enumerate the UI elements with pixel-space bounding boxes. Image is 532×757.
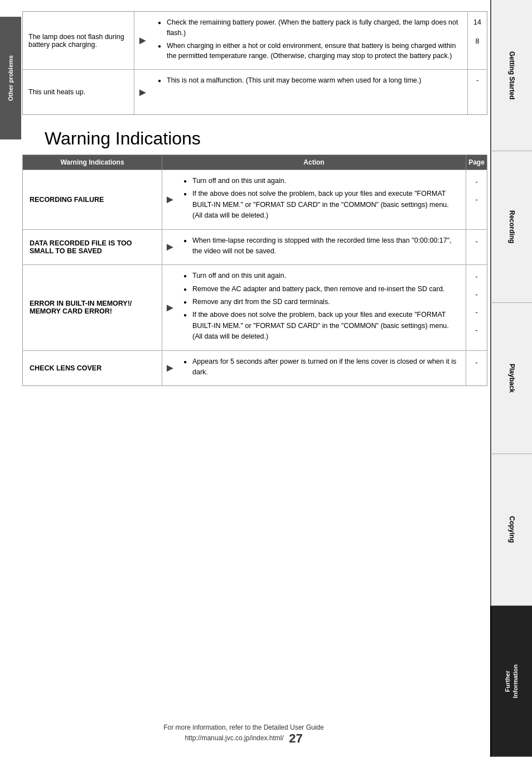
problem-action-lamp: Check the remaining battery power. (When… xyxy=(151,12,467,69)
warning-table: Warning Indications Action Page RECORDIN… xyxy=(22,155,487,386)
indication-file-too-small: DATA RECORDED FILE IS TOO SMALL TO BE SA… xyxy=(23,230,162,265)
bullet-list-heat: This is not a malfunction. (This unit ma… xyxy=(158,75,461,86)
bullet-list-lamp: Check the remaining battery power. (When… xyxy=(158,17,461,61)
tab-playback[interactable]: Playback xyxy=(490,303,532,454)
problem-page-lamp: 14 8 xyxy=(467,12,487,69)
bullet-list-recording-failure: Turn off and on this unit again. If the … xyxy=(183,176,460,221)
bullet-me-2: Remove the AC adapter and battery pack, … xyxy=(183,284,460,295)
tab-copying-label: Copying xyxy=(508,516,516,543)
tab-getting-started-label: Getting Started xyxy=(508,51,516,100)
warning-row-lens-cover: CHECK LENS COVER ► Appears for 5 seconds… xyxy=(23,350,487,386)
bullet-fts-1: When time-lapse recording is stopped wit… xyxy=(183,235,460,257)
problem-issue-lamp: The lamp does not flash during battery p… xyxy=(23,12,134,69)
tab-copying[interactable]: Copying xyxy=(490,454,532,605)
bullet-lamp-2: When charging in either a hot or cold en… xyxy=(158,41,461,62)
indication-lens-cover: CHECK LENS COVER xyxy=(23,351,162,386)
bullet-heat-1: This is not a malfunction. (This unit ma… xyxy=(158,75,461,86)
action-lens-cover: Appears for 5 seconds after power is tur… xyxy=(178,351,466,386)
header-page: Page xyxy=(466,155,487,170)
problem-row-lamp: The lamp does not flash during battery p… xyxy=(23,12,487,70)
problem-page-heat: - xyxy=(467,70,487,114)
side-tabs: Getting Started Recording Playback Copyi… xyxy=(490,0,532,757)
tab-getting-started[interactable]: Getting Started xyxy=(490,0,532,151)
page-lens-cover: - xyxy=(466,351,487,386)
warning-row-memory-error: ERROR IN BUILT-IN MEMORY!/ MEMORY CARD E… xyxy=(23,264,487,350)
warning-table-header: Warning Indications Action Page xyxy=(23,155,487,170)
warning-row-file-too-small: DATA RECORDED FILE IS TOO SMALL TO BE SA… xyxy=(23,229,487,265)
tab-recording[interactable]: Recording xyxy=(490,151,532,302)
arrow-icon-memory-error: ► xyxy=(162,265,178,350)
action-file-too-small: When time-lapse recording is stopped wit… xyxy=(178,230,466,265)
bullet-rf-2: If the above does not solve the problem,… xyxy=(183,189,460,221)
page-memory-error: - - - - xyxy=(466,265,487,350)
bullet-me-3: Remove any dirt from the SD card termina… xyxy=(183,297,460,307)
bullet-me-1: Turn off and on this unit again. xyxy=(183,271,460,281)
bullet-lamp-1: Check the remaining battery power. (When… xyxy=(158,17,461,38)
bullet-list-memory-error: Turn off and on this unit again. Remove … xyxy=(183,271,460,342)
header-indication: Warning Indications xyxy=(23,155,162,170)
page-file-too-small: - xyxy=(466,230,487,265)
problem-issue-heat: This unit heats up. xyxy=(23,70,134,114)
bullet-lc-1: Appears for 5 seconds after power is tur… xyxy=(183,356,460,378)
arrow-icon-heat: ► xyxy=(134,70,151,114)
warning-row-recording-failure: RECORDING FAILURE ► Turn off and on this… xyxy=(23,170,487,229)
warning-indications-title: Warning Indications xyxy=(45,128,487,149)
arrow-icon-lamp: ► xyxy=(134,12,151,69)
arrow-icon-recording-failure: ► xyxy=(162,170,178,229)
footer-url: http://manual.jvc.co.jp/index.html/ xyxy=(185,734,283,742)
bullet-me-4: If the above does not solve the problem,… xyxy=(183,310,460,342)
bullet-rf-1: Turn off and on this unit again. xyxy=(183,176,460,186)
page-recording-failure: - - xyxy=(466,170,487,229)
tab-further-information-label: FurtherInformation xyxy=(504,664,520,698)
action-recording-failure: Turn off and on this unit again. If the … xyxy=(178,170,466,229)
action-memory-error: Turn off and on this unit again. Remove … xyxy=(178,265,466,350)
indication-memory-error: ERROR IN BUILT-IN MEMORY!/ MEMORY CARD E… xyxy=(23,265,162,350)
indication-recording-failure: RECORDING FAILURE xyxy=(23,170,162,229)
top-problems-table: The lamp does not flash during battery p… xyxy=(22,11,487,115)
arrow-icon-lens-cover: ► xyxy=(162,351,178,386)
other-problems-label: Other problems xyxy=(0,17,21,139)
footer: For more information, refer to the Detai… xyxy=(0,724,532,746)
footer-page-number: 27 xyxy=(289,731,302,745)
footer-text: For more information, refer to the Detai… xyxy=(163,724,323,731)
bullet-list-file-too-small: When time-lapse recording is stopped wit… xyxy=(183,235,460,257)
problem-action-heat: This is not a malfunction. (This unit ma… xyxy=(151,70,467,114)
header-action: Action xyxy=(162,155,466,170)
tab-playback-label: Playback xyxy=(508,364,516,393)
tab-recording-label: Recording xyxy=(508,210,516,243)
bullet-list-lens-cover: Appears for 5 seconds after power is tur… xyxy=(183,356,460,378)
arrow-icon-file-too-small: ► xyxy=(162,230,178,265)
problem-row-heat: This unit heats up. ► This is not a malf… xyxy=(23,70,487,114)
